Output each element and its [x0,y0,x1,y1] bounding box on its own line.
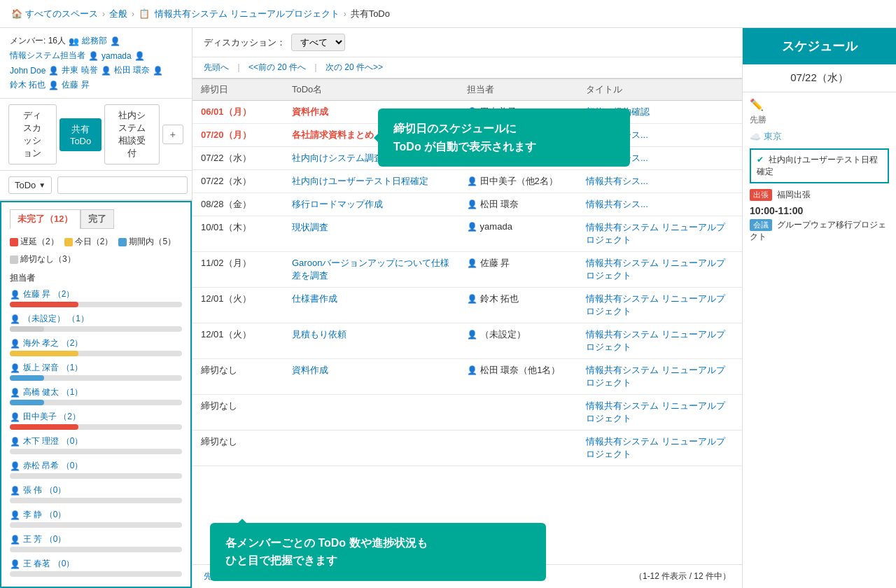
pagination-bottom: 先頭へ ｜ <<前の 20 件へ ｜ 次の 20 件へ>> （1-12 件表示 … [192,564,742,588]
todo-name[interactable]: 仕様書作成 [284,288,458,323]
assignee-name[interactable]: 👤 田中美子 （2） [10,411,182,423]
todo-date: 10/01（木） [192,216,284,252]
sidebar-content: 未完了（12） 完了 遅延（2） 今日（2） [0,201,192,588]
todo-name[interactable]: 社内向けユーザーテスト日程確定 [284,170,458,193]
pagination-first[interactable]: 先頭へ [204,62,229,74]
member-johndoe[interactable]: John Doe [10,66,46,76]
assignee-name[interactable]: 👤 王 春茗 （0） [10,558,182,570]
breadcrumb-item-general[interactable]: 全般 [109,8,127,20]
member-somubu[interactable]: 総務部 [82,35,107,47]
table-row: 締切なし情報共有システム リニューアルプロジェクト [192,395,742,430]
member-joho[interactable]: 情報システム担当者 [10,50,85,62]
legend-today: 今日（2） [64,236,113,248]
assignee-name[interactable]: 👤 坂上 深音 （1） [10,362,182,374]
pagination-top: 先頭へ ｜ <<前の 20 件へ ｜ 次の 20 件へ>> [192,57,742,78]
member-suzuki[interactable]: 鈴木 拓也 [10,79,46,91]
todo-name[interactable]: 現状調査 [284,216,458,252]
todo-title[interactable]: 情報共有システム リニューアルプロジェクト [578,252,742,288]
member-icon-3: 👤 [134,51,145,61]
legend-dot-blue [118,238,127,246]
schedule-event-user-test[interactable]: ✔ 社内向けユーザーテスト日程確定 [750,148,889,183]
col-header-title: タイトル [578,79,742,101]
weather-icon: ☁️ [750,132,761,142]
assignee-name[interactable]: 👤 高橋 健太 （1） [10,386,182,398]
pagination-next[interactable]: 次の 20 件へ>> [326,62,383,74]
assignee-name[interactable]: 👤 海外 孝之 （2） [10,337,182,349]
todo-name[interactable] [284,395,458,430]
todo-title[interactable]: 情報共有システム リニューアルプロジェクト [578,395,742,430]
todo-name[interactable]: Garoonバージョンアップについて仕様差を調査 [284,252,458,288]
todo-title[interactable]: 情報共有システム リニューアルプロジェクト [578,216,742,252]
todo-title[interactable]: 情報共有システム リニューアルプロジェクト [578,359,742,395]
tab-complete[interactable]: 完了 [80,209,114,229]
member-yamada[interactable]: yamada [102,51,132,61]
schedule-title: スケジュール [743,28,896,64]
assignee-bar-bg [10,424,182,430]
todo-title[interactable]: 情報共有シス... [578,170,742,193]
assignee-bar-fill [10,302,78,307]
breadcrumb-sep-1: › [102,9,105,19]
todo-assignee [458,430,578,466]
todo-name[interactable]: 資料作成 [284,101,458,124]
assignee-name[interactable]: 👤 王 芳 （0） [10,533,182,545]
todo-dropdown[interactable]: ToDo ▼ [8,176,52,194]
bottom-prev[interactable]: <<前の 20 件へ [248,570,306,582]
schedule-city: ☁️ 東京 [750,130,889,143]
assignee-name[interactable]: 👤 張 伟 （0） [10,484,182,496]
todo-date: 07/20（月） [192,124,284,147]
filter-bar: ToDo ▼ 🔍 [0,171,192,200]
tab-shared-todo[interactable]: 共有ToDo [59,118,102,151]
tab-incomplete[interactable]: 未完了（12） [10,209,80,229]
assignee-name[interactable]: 👤 木下 理澄 （0） [10,435,182,447]
todo-title[interactable]: 情報共有システム リニューアルプロジェクト [578,288,742,323]
table-row: 11/02（月）Garoonバージョンアップについて仕様差を調査👤 佐藤 昇情報… [192,252,742,288]
todo-title[interactable]: 情報共有シス... [578,193,742,216]
todo-title[interactable]: 情報共有シス... [578,147,742,170]
member-icon-7: 👤 [48,80,59,90]
breadcrumb-item-project[interactable]: 📋 情報共有システム リニューアルプロジェクト [139,8,340,20]
todo-title[interactable]: 情報共有システム リニューアルプロジェクト [578,430,742,466]
tab-consultation[interactable]: 社内システム相談受付 [104,104,160,164]
todo-date: 締切なし [192,359,284,395]
todo-name[interactable]: 社内向けシステム調査票提出 [284,147,458,170]
assignee-bar-bg [10,351,182,356]
breadcrumb-item-all-spaces[interactable]: 🏠 すべてのスペース [11,8,98,20]
todo-date: 締切なし [192,395,284,430]
member-sato[interactable]: 佐藤 昇 [62,79,89,91]
trip-tag: 出張 [750,189,772,201]
member-ihigashi[interactable]: 井東 暁誉 [62,64,97,76]
assignee-name[interactable]: 👤 佐藤 昇 （2） [10,288,182,300]
edit-icon[interactable]: ✏️ [750,98,889,111]
todo-title[interactable]: 情報共有システム リニューアルプロジェクト [578,323,742,359]
tab-discussion[interactable]: ディスカッション [8,104,57,164]
assignee-name[interactable]: 👤 赤松 昂希 （0） [10,460,182,472]
assignee-section-title: 担当者 [10,272,182,284]
assignee-bar-fill [10,351,78,356]
todo-date: 07/22（水） [192,170,284,193]
todo-assignee: 👤 高橋 健太 [458,147,578,170]
meeting-item[interactable]: 会議 グループウェア移行プロジェクト [750,219,889,243]
schedule-date: 07/22（水） [743,64,896,92]
assignee-name[interactable]: 👤 李 静 （0） [10,509,182,521]
todo-name[interactable]: 移行ロードマップ作成 [284,193,458,216]
todo-title[interactable]: 契約・規約確認 [578,101,742,124]
todo-name[interactable] [284,430,458,466]
member-matsuda[interactable]: 松田 環奈 [114,64,150,76]
assignee-name[interactable]: 👤 （未設定） （1） [10,313,182,325]
trip-item[interactable]: 出張 福岡出張 [750,189,889,201]
pagination-prev[interactable]: <<前の 20 件へ [248,62,306,74]
todo-name[interactable]: 資料作成 [284,359,458,395]
table-row: 締切なし資料作成👤 松田 環奈（他1名）情報共有システム リニューアルプロジェク… [192,359,742,395]
legend-nodeadline: 締切なし（3） [10,253,76,265]
content-area: ディスカッション： すべて 先頭へ ｜ <<前の 20 件へ ｜ 次の 20 件… [192,28,742,588]
bottom-first[interactable]: 先頭へ [204,570,229,582]
todo-search-input[interactable] [57,176,188,194]
assignee-bar-bg [10,547,182,552]
todo-title[interactable]: 情報共有シス... [578,124,742,147]
tab-add-button[interactable]: + [162,125,183,144]
todo-name[interactable]: 各社請求資料まとめ [284,124,458,147]
bottom-next[interactable]: 次の 20 件へ>> [326,570,383,582]
discussion-filter-select[interactable]: すべて [291,34,345,51]
breadcrumb-sep-3: › [344,9,346,19]
todo-name[interactable]: 見積もり依頼 [284,323,458,359]
